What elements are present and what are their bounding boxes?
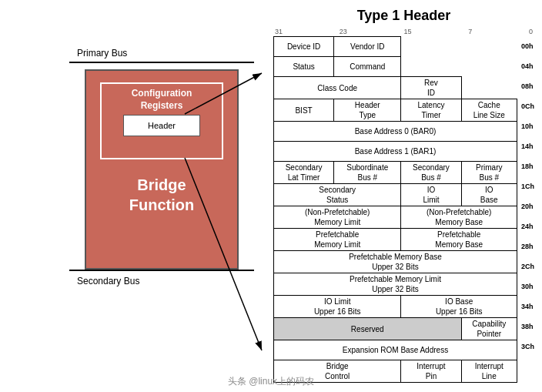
offset-label: 04h bbox=[519, 56, 534, 76]
register-cell: Base Address 0 (BAR0) bbox=[274, 122, 517, 142]
table-row: Prefetchable Memory LimitPrefetchable Me… bbox=[274, 229, 517, 251]
offset-label: 34h bbox=[519, 297, 534, 317]
primary-bus-line bbox=[69, 62, 254, 63]
register-cell: IO Limit Upper 16 Bits bbox=[274, 296, 401, 318]
register-cell: Vendor ID bbox=[334, 37, 401, 57]
table-row: ReservedCapability Pointer bbox=[274, 318, 517, 340]
register-cell: Reserved bbox=[274, 318, 462, 340]
register-cell: Rev ID bbox=[401, 77, 461, 99]
offset-label: 18h bbox=[519, 156, 534, 176]
register-cell: IO Limit bbox=[401, 184, 461, 206]
table-row: Base Address 0 (BAR0) bbox=[274, 122, 517, 142]
register-table: Device IDVendor IDStatusCommandClass Cod… bbox=[273, 36, 517, 383]
register-cell: (Non-Prefetchable) Memory Limit bbox=[274, 206, 401, 229]
table-row: Base Address 1 (BAR1) bbox=[274, 142, 517, 162]
offset-label: 08h bbox=[519, 76, 534, 96]
register-cell: BIST bbox=[274, 99, 334, 122]
header-label: Header bbox=[148, 121, 176, 130]
register-cell: Cache Line Size bbox=[461, 99, 517, 122]
register-cell: Prefetchable Memory Base Upper 32 Bits bbox=[274, 251, 517, 273]
register-cell: Device ID bbox=[274, 37, 334, 57]
bit-positions: 31 23 15 7 0 bbox=[273, 28, 534, 35]
register-cell: IO Base bbox=[461, 184, 517, 206]
offset-label: 1Ch bbox=[519, 176, 534, 196]
register-cell: Header Type bbox=[334, 99, 401, 122]
primary-bus-label: Primary Bus bbox=[77, 48, 127, 59]
bridge-function-label: BridgeFunction bbox=[129, 175, 194, 215]
register-cell: Base Address 1 (BAR1) bbox=[274, 142, 517, 162]
register-cell: Prefetchable Memory Limit bbox=[274, 229, 401, 251]
register-cell: Primary Bus # bbox=[461, 162, 517, 184]
table-row: BISTHeader TypeLatency TimerCache Line S… bbox=[274, 99, 517, 122]
offset-label: 20h bbox=[519, 196, 534, 216]
table-row: IO Limit Upper 16 BitsIO Base Upper 16 B… bbox=[274, 296, 517, 318]
register-cell: Secondary Status bbox=[274, 184, 401, 206]
table-row: Class CodeRev ID bbox=[274, 77, 517, 99]
table-row: (Non-Prefetchable) Memory Limit(Non-Pref… bbox=[274, 206, 517, 229]
register-cell: Class Code bbox=[274, 77, 401, 99]
offset-label: 10h bbox=[519, 116, 534, 136]
config-label: ConfigurationRegisters bbox=[132, 88, 192, 112]
register-cell: Interrupt Pin bbox=[401, 360, 461, 383]
secondary-bus-line bbox=[69, 270, 254, 271]
offset-label: 3Ch bbox=[519, 337, 534, 357]
register-cell: IO Base Upper 16 Bits bbox=[401, 296, 517, 318]
offset-label: 0Ch bbox=[519, 96, 534, 116]
register-cell: Latency Timer bbox=[401, 99, 461, 122]
offset-label: 38h bbox=[519, 317, 534, 337]
table-row: Secondary Lat TimerSubordinate Bus #Seco… bbox=[274, 162, 517, 184]
register-cell: Status bbox=[274, 57, 334, 77]
register-cell: Subordinate Bus # bbox=[334, 162, 401, 184]
offset-label: 00h bbox=[519, 36, 534, 56]
secondary-bus-label: Secondary Bus bbox=[77, 276, 139, 286]
table-row: Device IDVendor ID bbox=[274, 37, 517, 57]
register-cell: Capability Pointer bbox=[461, 318, 517, 340]
table-row: StatusCommand bbox=[274, 57, 517, 77]
table-wrapper: Device IDVendor IDStatusCommandClass Cod… bbox=[273, 36, 534, 383]
table-row: Prefetchable Memory Limit Upper 32 Bits bbox=[274, 273, 517, 296]
register-cell: Expansion ROM Base Address bbox=[274, 340, 517, 360]
table-row: Secondary StatusIO LimitIO Base bbox=[274, 184, 517, 206]
table-title: Type 1 Header bbox=[273, 8, 534, 24]
register-cell: Prefetchable Memory Base bbox=[401, 229, 517, 251]
offset-column: 00h04h08h0Ch10h14h18h1Ch20h24h28h2Ch30h3… bbox=[517, 36, 534, 383]
bridge-box: ConfigurationRegisters Header BridgeFunc… bbox=[85, 69, 239, 270]
offset-label: 28h bbox=[519, 236, 534, 256]
register-cell: Command bbox=[334, 57, 401, 77]
offset-label: 24h bbox=[519, 216, 534, 236]
watermark: 头条 @linux上的码农 bbox=[228, 375, 314, 388]
right-panel: Type 1 Header 31 23 15 7 0 Device IDVend… bbox=[269, 8, 534, 369]
register-cell: Interrupt Line bbox=[461, 360, 517, 383]
table-row: Expansion ROM Base Address bbox=[274, 340, 517, 360]
config-registers: ConfigurationRegisters Header bbox=[100, 82, 223, 159]
main-container: Primary Bus ConfigurationRegisters Heade… bbox=[0, 0, 542, 392]
register-cell: Secondary Bus # bbox=[401, 162, 461, 184]
register-cell: (Non-Prefetchable) Memory Base bbox=[401, 206, 517, 229]
register-cell: Prefetchable Memory Limit Upper 32 Bits bbox=[274, 273, 517, 296]
offset-label: 30h bbox=[519, 276, 534, 297]
offset-label: 2Ch bbox=[519, 256, 534, 276]
table-row: Prefetchable Memory Base Upper 32 Bits bbox=[274, 251, 517, 273]
header-box: Header bbox=[123, 115, 200, 136]
register-cell: Secondary Lat Timer bbox=[274, 162, 334, 184]
offset-label: 14h bbox=[519, 136, 534, 156]
left-panel: Primary Bus ConfigurationRegisters Heade… bbox=[8, 8, 269, 369]
